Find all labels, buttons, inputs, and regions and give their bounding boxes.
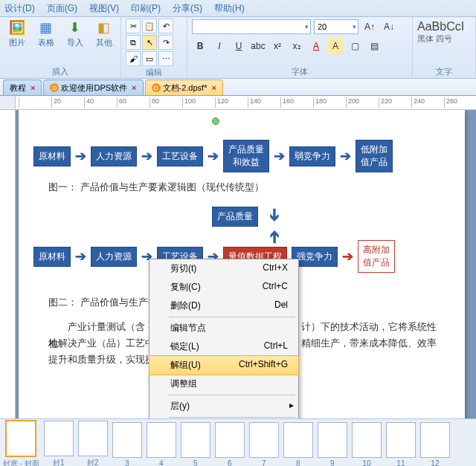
char-border-button[interactable]: ▢ — [347, 38, 363, 54]
flow-box-quality[interactable]: 产品质量 — [212, 207, 258, 227]
separator — [169, 395, 295, 395]
more-icon[interactable]: ⋯ — [158, 51, 173, 66]
import-button[interactable]: ⬇导入 — [62, 19, 87, 48]
figure-caption-2[interactable]: 图二： 产品价值与生产要 — [48, 296, 158, 309]
flow-box[interactable]: 弱竞争力 — [289, 146, 335, 166]
thumb-page[interactable]: 封1 — [44, 421, 74, 466]
brush-icon[interactable]: 🖌 — [126, 51, 141, 66]
close-icon[interactable]: × — [132, 83, 136, 92]
insert-other-button[interactable]: ◧其他 — [91, 19, 116, 48]
subscript-button[interactable]: x₂ — [289, 38, 305, 54]
thumb-page[interactable]: 4 — [147, 422, 176, 467]
font-size-combo[interactable]: 20 — [314, 19, 358, 34]
select-icon[interactable]: ↖ — [142, 35, 157, 50]
doc-tab-current[interactable]: D文档-2.dpsf*× — [145, 80, 223, 95]
flow-box[interactable]: 人力资源 — [91, 247, 137, 267]
thumb-page[interactable]: 10 — [352, 422, 382, 467]
ctx-copy[interactable]: 复制(C)Ctrl+C — [149, 278, 298, 297]
underline-button[interactable]: U — [231, 38, 247, 54]
separator — [169, 417, 295, 418]
thumb-page[interactable]: 6 — [215, 422, 245, 467]
horizontal-ruler[interactable]: 2040608010012014016018020022024026028030… — [0, 96, 476, 110]
flow-box[interactable]: 产品质量 和效益 — [223, 140, 269, 172]
thumbnail-strip: 封底 - 封面 封1 封2 3456789101112 — [0, 418, 476, 466]
document-tab-bar: 教程× D欢迎使用DPS软件× D文档-2.dpsf*× — [0, 79, 476, 96]
body-text-line3[interactable]: 提升和质量升级，实现提 — [48, 351, 155, 368]
menu-share[interactable]: 分享(S) — [173, 2, 202, 15]
menu-view[interactable]: 视图(V) — [89, 2, 119, 15]
thumb-page[interactable]: 3 — [112, 422, 142, 467]
char-shading-button[interactable]: ▤ — [366, 38, 382, 54]
ribbon-group-edit: ✂📋↶ ⧉↖↷ 🖌▭⋯ 编辑 — [121, 17, 187, 78]
copy-icon[interactable]: ⧉ — [126, 35, 141, 50]
insert-picture-button[interactable]: 🖼️图片 — [4, 19, 29, 48]
flow-box-outline[interactable]: 高附加 值产品 — [358, 240, 395, 273]
arrow-icon: ➔ — [75, 248, 86, 265]
edit-tools: ✂📋↶ ⧉↖↷ 🖌▭⋯ — [126, 19, 182, 66]
ctx-layer[interactable]: 层(y) — [149, 397, 298, 415]
ctx-delete[interactable]: 删除(D)Del — [149, 297, 298, 315]
cut-icon[interactable]: ✂ — [126, 19, 141, 33]
menu-page[interactable]: 页面(G) — [47, 2, 77, 15]
figure-caption-1[interactable]: 图一： 产品价值与生产要素逻辑图（现代传统型） — [48, 181, 264, 194]
redo-icon[interactable]: ↷ — [158, 35, 173, 50]
menu-design[interactable]: 设计(D) — [4, 2, 35, 15]
close-icon[interactable]: × — [30, 83, 35, 92]
body-text-line2b[interactable]: 精细生产，带来成本降低、效率 — [301, 334, 437, 352]
doc-tab-tutorial[interactable]: 教程× — [3, 80, 42, 95]
ribbon-group-styles: AaBbCcI 黑体 四号 文字 — [413, 17, 476, 78]
body-text-line2a[interactable]: 地解决产业（品）工艺中 — [48, 334, 155, 352]
close-icon[interactable]: × — [211, 83, 216, 92]
thumb-page[interactable]: 5 — [181, 422, 210, 467]
flow-box[interactable]: 工艺设备 — [157, 146, 203, 166]
thumb-page[interactable]: 9 — [318, 422, 347, 467]
ribbon: 🖼️图片 ▦表格 ⬇导入 ◧其他 插入 ✂📋↶ ⧉↖↷ 🖌▭⋯ 编辑 20 A↑… — [0, 17, 476, 79]
flow-box[interactable]: 原材料 — [33, 146, 71, 166]
highlight-button[interactable]: A — [327, 38, 344, 54]
style-preview[interactable]: AaBbCcI — [417, 19, 471, 33]
thumb-page[interactable]: 8 — [283, 422, 313, 467]
dps-icon: D — [152, 83, 161, 92]
bold-button[interactable]: B — [192, 38, 208, 54]
undo-icon[interactable]: ↶ — [158, 19, 173, 33]
grow-font-button[interactable]: A↑ — [361, 19, 378, 35]
flow-box[interactable]: 原材料 — [33, 247, 71, 267]
strike-button[interactable]: abc — [250, 38, 266, 54]
ctx-adjust-group[interactable]: 调整组 — [149, 375, 298, 393]
document-area: 原材料➔ 人力资源➔ 工艺设备➔ 产品质量 和效益➔ 弱竞争力➔ 低附加 值产品… — [0, 110, 476, 418]
thumb-page[interactable]: 7 — [249, 422, 279, 467]
arrow-icon: ➔ — [208, 148, 219, 164]
ctx-lock[interactable]: 锁定(L)Ctrl+L — [149, 337, 298, 356]
selection-handle[interactable] — [212, 117, 219, 125]
menu-help[interactable]: 帮助(H) — [214, 2, 245, 15]
style-sub: 黑体 四号 — [417, 33, 471, 45]
tool-icon[interactable]: ▭ — [142, 51, 157, 66]
vertical-ruler[interactable] — [0, 110, 16, 418]
ribbon-group-font: 20 A↑ A↓ B I U abc x² x₂ A A ▢ ▤ 字体 — [187, 17, 413, 78]
thumb-page[interactable]: 11 — [386, 422, 416, 467]
thumb-page[interactable]: 12 — [420, 422, 450, 467]
body-text-right[interactable]: 计）下的技术活动，它将系统性 — [301, 318, 437, 335]
thumb-cover[interactable]: 封底 - 封面 — [3, 420, 39, 466]
flow-box[interactable]: 人力资源 — [91, 146, 137, 166]
ctx-edit-node[interactable]: 编辑节点 — [149, 319, 298, 337]
menu-print[interactable]: 印刷(P) — [131, 2, 161, 15]
font-color-button[interactable]: A — [308, 38, 324, 54]
ctx-cut[interactable]: 剪切(t)Ctrl+X — [149, 259, 298, 278]
superscript-button[interactable]: x² — [269, 38, 286, 54]
dps-icon: D — [50, 83, 59, 92]
doc-tab-welcome[interactable]: D欢迎使用DPS软件× — [43, 80, 143, 95]
font-name-combo[interactable] — [192, 19, 311, 34]
paste-icon[interactable]: 📋 — [142, 19, 157, 33]
flow-box[interactable]: 低附加 值产品 — [356, 140, 393, 172]
shrink-font-button[interactable]: A↓ — [381, 19, 397, 35]
ctx-ungroup[interactable]: 解组(U)Ctrl+Shift+G — [149, 355, 299, 375]
italic-button[interactable]: I — [211, 38, 228, 54]
group-label-insert: 插入 — [4, 65, 116, 78]
ribbon-group-insert: 🖼️图片 ▦表格 ⬇导入 ◧其他 插入 — [0, 17, 121, 78]
insert-table-button[interactable]: ▦表格 — [33, 19, 58, 48]
arrow-icon: ➔ — [342, 248, 353, 265]
thumb-page[interactable]: 封2 — [78, 421, 108, 466]
page-canvas[interactable]: 原材料➔ 人力资源➔ 工艺设备➔ 产品质量 和效益➔ 弱竞争力➔ 低附加 值产品… — [19, 110, 465, 418]
flowchart-1[interactable]: 原材料➔ 人力资源➔ 工艺设备➔ 产品质量 和效益➔ 弱竞争力➔ 低附加 值产品 — [33, 140, 393, 172]
